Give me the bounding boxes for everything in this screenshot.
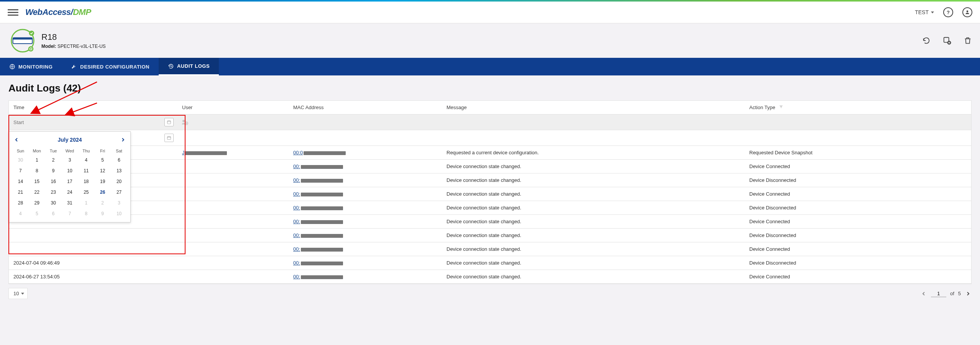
account-icon[interactable]: [962, 7, 972, 17]
datepicker-month[interactable]: July 2024: [57, 137, 82, 143]
datepicker-day[interactable]: 24: [62, 187, 78, 198]
mac-link[interactable]: 00:: [293, 260, 343, 266]
table-filter-row-end: [9, 130, 971, 146]
tab-monitoring[interactable]: MONITORING: [0, 58, 62, 75]
mac-link[interactable]: 00:: [293, 219, 343, 224]
history-icon: [168, 63, 174, 69]
mac-link[interactable]: 00:: [293, 164, 343, 169]
mac-link[interactable]: 00:: [293, 205, 343, 211]
cell-action-type: Device Connected: [745, 187, 971, 201]
datepicker-day[interactable]: 12: [94, 165, 111, 176]
datepicker-dow: Thu: [78, 147, 94, 155]
datepicker-day[interactable]: 1: [29, 155, 45, 165]
datepicker-day[interactable]: 19: [94, 176, 111, 187]
datepicker-day[interactable]: 30: [12, 155, 29, 165]
mac-link[interactable]: 00:0: [293, 150, 346, 155]
cell-message: Device connection state changed.: [442, 173, 745, 187]
datepicker-day[interactable]: 30: [45, 198, 62, 208]
datepicker-day[interactable]: 23: [45, 187, 62, 198]
mac-link[interactable]: 00:: [293, 232, 343, 238]
refresh-button[interactable]: [922, 36, 931, 45]
datepicker-day[interactable]: 13: [111, 165, 127, 176]
delete-button[interactable]: [963, 36, 972, 45]
brand-logo[interactable]: WebAccess/DMP: [25, 7, 91, 17]
mac-link[interactable]: 00:: [293, 191, 343, 197]
datepicker-day[interactable]: 15: [29, 176, 45, 187]
cell-mac: 00:: [289, 160, 442, 173]
pager-next[interactable]: [965, 290, 972, 297]
datepicker-day[interactable]: 28: [12, 198, 29, 208]
datepicker-day[interactable]: 4: [78, 155, 94, 165]
menu-icon[interactable]: [8, 7, 18, 18]
datepicker-day[interactable]: 5: [94, 155, 111, 165]
col-user[interactable]: User: [177, 101, 289, 114]
user-filter-icon[interactable]: [181, 119, 188, 126]
datepicker-day[interactable]: 25: [78, 187, 94, 198]
cell-mac: 00:: [289, 256, 442, 270]
datepicker-day[interactable]: 2: [94, 198, 111, 208]
datepicker-day[interactable]: 31: [62, 198, 78, 208]
datepicker-day[interactable]: 7: [12, 165, 29, 176]
user-menu[interactable]: TEST: [915, 9, 934, 15]
datepicker-day[interactable]: 27: [111, 187, 127, 198]
datepicker-day[interactable]: 22: [29, 187, 45, 198]
datepicker-day[interactable]: 21: [12, 187, 29, 198]
datepicker-day[interactable]: 8: [78, 208, 94, 219]
datepicker-day[interactable]: 4: [12, 208, 29, 219]
calendar-button-end[interactable]: [164, 134, 174, 142]
device-name: R18: [41, 32, 106, 42]
cell-action-type: Device Disconnected: [745, 173, 971, 187]
datepicker-next[interactable]: [119, 136, 127, 144]
datepicker-day[interactable]: 1: [78, 198, 94, 208]
table-row: 00:Device connection state changed.Devic…: [9, 229, 971, 242]
datepicker-day[interactable]: 11: [78, 165, 94, 176]
calendar-button-start[interactable]: [164, 118, 174, 126]
filter-time-start[interactable]: [13, 114, 164, 130]
datepicker-day[interactable]: 14: [12, 176, 29, 187]
datepicker-day[interactable]: 17: [62, 176, 78, 187]
datepicker-day[interactable]: 6: [45, 208, 62, 219]
col-action-type[interactable]: Action Type: [745, 101, 971, 114]
page-size-select[interactable]: 10: [8, 288, 28, 299]
mac-link[interactable]: 00:: [293, 177, 343, 183]
datepicker-day[interactable]: 10: [62, 165, 78, 176]
datepicker-day[interactable]: 9: [94, 208, 111, 219]
pager-current[interactable]: [931, 290, 946, 297]
pager-of: of: [950, 291, 954, 296]
cell-user: [177, 256, 289, 270]
datepicker-day[interactable]: 5: [29, 208, 45, 219]
pager-prev[interactable]: [920, 290, 927, 297]
datepicker-day[interactable]: 10: [111, 208, 127, 219]
table-row: J00:0Requested a current device configur…: [9, 146, 971, 160]
chevron-down-icon: [21, 293, 24, 294]
datepicker-day[interactable]: 18: [78, 176, 94, 187]
svg-rect-3: [13, 38, 33, 39]
mac-link[interactable]: 00:: [293, 246, 343, 252]
col-time[interactable]: Time: [9, 101, 177, 114]
datepicker-day[interactable]: 16: [45, 176, 62, 187]
user-link[interactable]: J: [182, 150, 227, 155]
datepicker-day[interactable]: 6: [111, 155, 127, 165]
datepicker-day[interactable]: 2: [45, 155, 62, 165]
cell-mac: 00:: [289, 187, 442, 201]
datepicker-day[interactable]: 26: [94, 187, 111, 198]
cell-message: Device connection state changed.: [442, 187, 745, 201]
datepicker-day[interactable]: 8: [29, 165, 45, 176]
datepicker-prev[interactable]: [12, 136, 21, 144]
settings-add-button[interactable]: [942, 36, 952, 45]
cell-time: 2024-07-04 09:46:49: [9, 256, 177, 270]
tab-desired-configuration[interactable]: DESIRED CONFIGURATION: [62, 58, 159, 75]
col-message[interactable]: Message: [442, 101, 745, 114]
cell-message: Device connection state changed.: [442, 229, 745, 242]
tab-audit-logs[interactable]: AUDIT LOGS: [159, 58, 219, 75]
datepicker-day[interactable]: 29: [29, 198, 45, 208]
datepicker-day[interactable]: 7: [62, 208, 78, 219]
trash-icon: [964, 36, 972, 45]
col-mac[interactable]: MAC Address: [289, 101, 442, 114]
help-icon[interactable]: ?: [943, 7, 953, 17]
datepicker-day[interactable]: 20: [111, 176, 127, 187]
datepicker-day[interactable]: 9: [45, 165, 62, 176]
datepicker-day[interactable]: 3: [62, 155, 78, 165]
mac-link[interactable]: 00:: [293, 274, 343, 280]
datepicker-day[interactable]: 3: [111, 198, 127, 208]
